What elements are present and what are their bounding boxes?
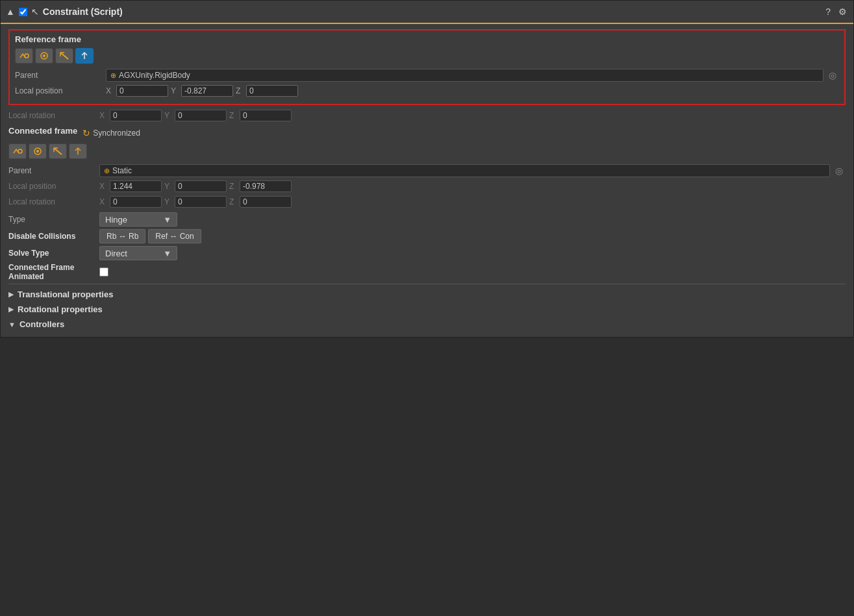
con-frame-btn-4[interactable] — [69, 143, 87, 159]
disable-collisions-row: Disable Collisions Rb ↔ Rb Ref ↔ Con — [8, 229, 846, 243]
cz-label: Z — [229, 182, 237, 191]
controllers-arrow: ▼ — [8, 321, 16, 328]
con-parent-row: Parent ⊕ Static ◎ — [8, 164, 846, 177]
ref-local-rotation-row: Local rotation X Y Z — [8, 109, 846, 122]
component-title: Constraint (Script) — [43, 6, 820, 17]
svg-point-9 — [36, 150, 39, 153]
con-parent-text: Static — [112, 166, 132, 175]
cry-label: Y — [164, 197, 172, 206]
x-label-ref-pos: X — [106, 86, 114, 95]
ref-local-position-label: Local position — [15, 86, 106, 95]
solve-type-value: Direct ▼ — [99, 246, 846, 260]
type-dropdown[interactable]: Hinge ▼ — [99, 212, 177, 227]
animated-row: Connected Frame Animated — [8, 263, 846, 281]
con-rot-x-input[interactable] — [110, 196, 162, 208]
z-label-ref-pos: Z — [236, 86, 244, 95]
header-actions: ? ⚙ — [824, 5, 848, 18]
con-frame-btn-2[interactable] — [29, 143, 47, 159]
rx-label: X — [99, 111, 107, 120]
rigidbody-icon: ⊕ — [110, 71, 116, 80]
ref-rot-z-input[interactable] — [240, 110, 292, 121]
ref-target-button[interactable]: ◎ — [826, 69, 839, 82]
ref-frame-btn-2[interactable] — [35, 48, 53, 64]
type-dropdown-arrow: ▼ — [163, 215, 171, 225]
con-pos-z-input[interactable] — [240, 180, 292, 192]
translational-title: Translational properties — [18, 290, 113, 299]
ref-frame-btn-3[interactable] — [55, 48, 73, 64]
panel-body: Reference frame — [1, 24, 853, 337]
ref-pos-x-input[interactable] — [116, 85, 168, 97]
ref-parent-text: AGXUnity.RigidBody — [119, 71, 190, 80]
translational-properties-section[interactable]: ▶ Translational properties — [8, 287, 846, 302]
animated-label: Connected Frame Animated — [8, 263, 99, 281]
connected-frame-toolbar — [8, 143, 846, 159]
con-local-rotation-label: Local rotation — [8, 197, 99, 206]
enabled-checkbox[interactable] — [19, 8, 27, 16]
reference-frame-label: Reference frame — [15, 34, 839, 44]
con-frame-btn-3[interactable] — [49, 143, 67, 159]
animated-value — [99, 267, 846, 277]
cy-label: Y — [164, 182, 172, 191]
controllers-title: Controllers — [19, 319, 64, 329]
type-value: Hinge ▼ — [99, 212, 846, 227]
con-local-position-row: Local position X Y Z — [8, 180, 846, 193]
ref-frame-btn-4[interactable] — [75, 48, 94, 64]
reference-frame-toolbar — [15, 48, 839, 64]
rotational-properties-section[interactable]: ▶ Rotational properties — [8, 302, 846, 317]
con-parent-field: ⊕ Static — [99, 164, 830, 177]
ref-parent-row: Parent ⊕ AGXUnity.RigidBody ◎ — [15, 69, 839, 82]
cx-label: X — [99, 182, 107, 191]
ref-rot-y-input[interactable] — [175, 110, 227, 121]
crz-label: Z — [229, 197, 237, 206]
type-row: Type Hinge ▼ — [8, 212, 846, 227]
crx-label: X — [99, 197, 107, 206]
solve-type-dropdown[interactable]: Direct ▼ — [99, 246, 177, 260]
animated-checkbox[interactable] — [99, 267, 108, 277]
con-pos-y-input[interactable] — [175, 180, 227, 192]
reference-frame-section: Reference frame — [8, 29, 846, 105]
svg-point-2 — [43, 55, 45, 57]
con-rot-z-input[interactable] — [240, 196, 292, 208]
connected-frame-label: Connected frame — [8, 126, 77, 136]
con-local-rotation-row: Local rotation X Y Z — [8, 195, 846, 208]
ref-rot-x-input[interactable] — [110, 110, 162, 121]
type-label: Type — [8, 215, 99, 224]
con-pos-x-input[interactable] — [110, 180, 162, 192]
translational-arrow: ▶ — [8, 290, 14, 299]
ref-parent-value: ⊕ AGXUnity.RigidBody ◎ — [106, 69, 839, 82]
controllers-section[interactable]: ▼ Controllers — [8, 317, 846, 332]
rotational-arrow: ▶ — [8, 305, 14, 314]
rb-rb-button[interactable]: Rb ↔ Rb — [99, 229, 145, 243]
divider-1 — [8, 284, 846, 284]
solve-type-dropdown-value: Direct — [105, 249, 127, 258]
ref-local-rotation-xyz: X Y Z — [99, 110, 846, 121]
component-icon: ▲ — [6, 6, 15, 17]
svg-point-7 — [18, 149, 22, 153]
ry-label: Y — [164, 111, 172, 120]
cursor-icon: ↖ — [31, 6, 39, 17]
solve-type-dropdown-arrow: ▼ — [163, 249, 171, 258]
ref-local-rotation-label: Local rotation — [8, 111, 99, 120]
con-target-button[interactable]: ◎ — [833, 164, 846, 177]
svg-line-10 — [54, 148, 62, 154]
constraint-script-panel: ▲ ↖ Constraint (Script) ? ⚙ Reference fr… — [0, 0, 854, 338]
con-frame-btn-1[interactable] — [8, 143, 27, 159]
connected-frame-section: Connected frame ↻ Synchronized — [8, 126, 846, 208]
ref-pos-y-input[interactable] — [181, 85, 233, 97]
con-parent-label: Parent — [8, 166, 99, 175]
ref-local-position-xyz: X Y Z — [106, 85, 839, 97]
con-local-position-xyz: X Y Z — [99, 180, 846, 192]
con-rot-y-input[interactable] — [175, 196, 227, 208]
settings-button[interactable]: ⚙ — [837, 5, 848, 18]
ref-pos-z-input[interactable] — [246, 85, 298, 97]
disable-collisions-label: Disable Collisions — [8, 232, 99, 241]
svg-line-3 — [60, 53, 68, 59]
ref-frame-btn-1[interactable] — [15, 48, 33, 64]
ref-parent-field: ⊕ AGXUnity.RigidBody — [106, 69, 823, 82]
help-button[interactable]: ? — [824, 5, 832, 18]
connected-frame-header: Connected frame ↻ Synchronized — [8, 126, 846, 140]
rotational-title: Rotational properties — [18, 304, 103, 314]
ref-con-button[interactable]: Ref ↔ Con — [148, 229, 201, 243]
sync-icon: ↻ — [82, 128, 90, 138]
sync-text: Synchronized — [93, 129, 140, 138]
